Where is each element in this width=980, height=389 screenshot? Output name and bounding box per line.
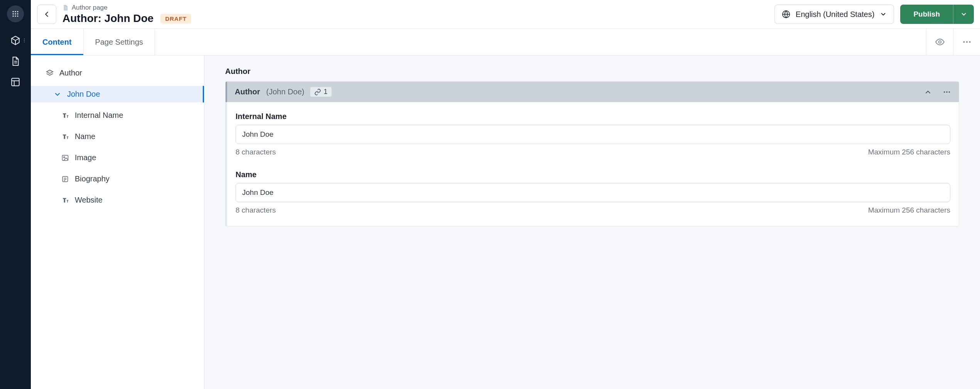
svg-point-19 [938,41,941,44]
more-vertical-icon[interactable] [22,38,27,43]
svg-point-31 [946,91,948,93]
svg-point-1 [15,11,16,12]
more-actions-button[interactable] [953,29,980,55]
card-title: Author [235,87,260,96]
chevron-up-icon [924,88,932,96]
locale-select[interactable]: English (United States) [775,5,894,24]
tree-field-website[interactable]: Website [31,192,204,208]
field-name: Name 8 characters Maximum 256 characters [236,170,950,215]
card-subtitle: (John Doe) [266,87,305,96]
document-icon [10,56,20,66]
link-icon [314,89,321,96]
svg-point-0 [13,11,14,12]
layers-icon [45,69,54,77]
section-label: Author [225,67,959,76]
publish-group: Publish [900,5,974,24]
publish-dropdown-button[interactable] [953,5,974,24]
svg-point-2 [17,11,18,12]
text-icon [61,196,69,204]
tree-field-label: Website [75,196,103,205]
image-icon [61,154,69,162]
more-horizontal-icon [962,37,972,47]
text-icon [61,112,69,119]
field-label: Internal Name [236,112,950,121]
globe-icon [782,10,790,18]
title-block: Author page Author: John Doe DRAFT [62,4,191,25]
tree-root-author[interactable]: Author [31,65,204,81]
rail-layouts[interactable] [0,77,31,87]
char-max: Maximum 256 characters [868,206,950,215]
app-rail [0,0,31,389]
locale-label: English (United States) [796,10,875,19]
link-count: 1 [323,88,327,96]
chevron-down-icon [880,11,887,18]
card-body: Internal Name 8 characters Maximum 256 c… [226,102,959,226]
tree-field-label: Biography [75,174,109,183]
tree-field-label: Name [75,132,95,141]
main-area: Author page Author: John Doe DRAFT Engli… [31,0,980,389]
collapse-button[interactable] [924,88,932,96]
svg-rect-14 [12,78,19,86]
card-header[interactable]: Author (John Doe) 1 [226,82,959,102]
top-bar: Author page Author: John Doe DRAFT Engli… [31,0,980,29]
rail-content-model[interactable] [0,35,31,45]
apps-menu-button[interactable] [7,5,24,22]
eye-icon [935,37,945,47]
tree-field-biography[interactable]: Biography [31,171,204,187]
svg-point-9 [24,39,25,39]
status-badge: DRAFT [160,14,191,23]
more-horizontal-icon [943,88,951,96]
breadcrumb: Author page [62,4,191,12]
content-tree: Author John Doe Internal Name [31,55,204,389]
tab-content[interactable]: Content [31,29,84,55]
tree-field-name[interactable]: Name [31,128,204,145]
chevron-down-icon [960,11,967,18]
publish-button[interactable]: Publish [900,5,953,24]
chevron-down-icon [54,91,61,98]
chevron-left-icon [42,10,51,18]
svg-point-4 [15,13,16,14]
char-count: 8 characters [236,148,276,156]
rail-pages[interactable] [0,56,31,66]
preview-button[interactable] [926,29,953,55]
richtext-icon [61,175,69,183]
sub-bar: Content Page Settings [31,29,980,55]
svg-point-22 [969,41,970,43]
author-card: Author (John Doe) 1 [225,81,959,226]
name-input[interactable] [236,183,950,202]
field-internal-name: Internal Name 8 characters Maximum 256 c… [236,112,950,156]
editor-canvas: Author Author (John Doe) 1 [204,55,980,389]
layout-icon [10,77,20,87]
tree-field-internal-name[interactable]: Internal Name [31,107,204,124]
tree-item-label: John Doe [67,90,100,99]
grid-icon [12,10,19,18]
back-button[interactable] [37,5,56,24]
link-count-chip[interactable]: 1 [310,87,331,97]
svg-rect-24 [62,155,68,160]
page-icon [62,4,69,11]
svg-point-6 [13,15,14,17]
tree-field-label: Image [75,153,96,162]
field-label: Name [236,170,950,179]
workspace: Author John Doe Internal Name [31,55,980,389]
tab-page-settings[interactable]: Page Settings [84,29,155,55]
breadcrumb-text: Author page [72,4,108,12]
svg-point-5 [17,13,18,14]
svg-point-25 [64,156,65,158]
tree-item-john-doe[interactable]: John Doe [31,86,204,102]
svg-point-8 [17,15,18,17]
svg-point-10 [24,40,25,41]
tree-root-label: Author [59,69,82,77]
svg-point-21 [966,41,967,43]
svg-point-11 [24,42,25,42]
internal-name-input[interactable] [236,125,950,144]
card-more-button[interactable] [943,88,951,96]
tree-field-image[interactable]: Image [31,149,204,166]
svg-point-3 [13,13,14,14]
svg-point-20 [963,41,965,43]
svg-point-7 [15,15,16,17]
text-icon [61,133,69,141]
svg-point-30 [944,91,945,93]
svg-point-32 [949,91,950,93]
cube-icon [10,35,20,45]
